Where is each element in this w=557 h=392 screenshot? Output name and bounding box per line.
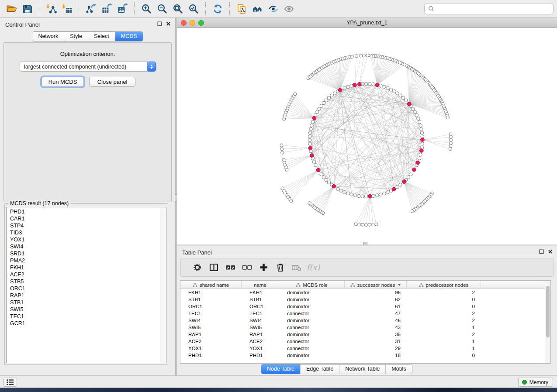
splitter-handle[interactable] xyxy=(363,242,367,245)
mcds-result-item[interactable]: GCR1 xyxy=(7,320,160,327)
network-canvas[interactable]: .fan{stroke:#b9b9b9;stroke-width:.75;opa… xyxy=(177,28,557,244)
mcds-result-item[interactable]: STB1 xyxy=(7,299,160,306)
column-header-successor-nodes[interactable]: successor nodes xyxy=(345,281,407,289)
cell-predecessor-nodes[interactable]: 2 xyxy=(407,289,481,296)
export-network-button[interactable] xyxy=(83,2,99,16)
table-row[interactable]: SWI4SWI4dominator462 xyxy=(180,317,545,324)
cell-name[interactable]: ACE2 xyxy=(242,338,279,345)
cell-name[interactable]: ORC1 xyxy=(242,303,279,310)
cell-name[interactable]: YOX1 xyxy=(242,345,279,352)
export-table-button[interactable] xyxy=(99,2,114,16)
memory-button[interactable]: Memory xyxy=(518,378,553,387)
cell-shared-name[interactable]: SWI4 xyxy=(180,317,242,324)
table-tab-edge-table[interactable]: Edge Table xyxy=(300,364,339,374)
cell-shared-name[interactable]: ACE2 xyxy=(180,338,242,345)
zoom-out-button[interactable] xyxy=(154,2,170,16)
cell-successor-nodes[interactable]: 43 xyxy=(345,324,407,331)
save-session-button[interactable] xyxy=(19,2,35,16)
open-file-button[interactable] xyxy=(3,2,19,16)
column-header-predecessor-nodes[interactable]: predecessor nodes xyxy=(407,281,481,289)
cell-successor-nodes[interactable]: 47 xyxy=(345,310,407,317)
toggle-columns-button[interactable] xyxy=(205,260,222,275)
cell-MCDS-role[interactable]: dominator xyxy=(279,289,345,296)
mcds-result-scrollbar[interactable] xyxy=(160,207,166,363)
cell-predecessor-nodes[interactable]: 0 xyxy=(407,352,481,359)
table-row[interactable]: ACE2ACE2connector311 xyxy=(180,338,545,345)
cell-predecessor-nodes[interactable]: 2 xyxy=(407,317,481,324)
table-tab-network-table[interactable]: Network Table xyxy=(339,364,385,374)
table-row[interactable]: ORC1ORC1dominator610 xyxy=(180,303,545,310)
cell-successor-nodes[interactable]: 18 xyxy=(345,352,407,359)
import-network-button[interactable] xyxy=(43,2,59,16)
cell-successor-nodes[interactable]: 61 xyxy=(345,303,407,310)
mcds-result-item[interactable]: CAR1 xyxy=(7,215,160,222)
cell-MCDS-role[interactable]: dominator xyxy=(279,296,345,303)
table-tab-node-table[interactable]: Node Table xyxy=(261,364,300,374)
mcds-result-item[interactable]: TID3 xyxy=(7,229,160,236)
panels-menu-button[interactable] xyxy=(3,378,17,387)
close-panel-icon[interactable] xyxy=(166,21,171,26)
column-header-MCDS-role[interactable]: MCDS role xyxy=(279,281,345,289)
cell-shared-name[interactable]: SWI5 xyxy=(180,324,242,331)
tab-mcds[interactable]: MCDS xyxy=(115,32,143,41)
zoom-selected-button[interactable] xyxy=(186,2,201,16)
cell-successor-nodes[interactable]: 46 xyxy=(345,317,407,324)
cell-MCDS-role[interactable]: dominator xyxy=(279,317,345,324)
select-all-button[interactable] xyxy=(222,260,239,275)
float-panel-icon[interactable] xyxy=(157,21,162,26)
tab-style[interactable]: Style xyxy=(64,32,88,41)
cell-predecessor-nodes[interactable]: 2 xyxy=(407,331,481,338)
cell-predecessor-nodes[interactable]: 2 xyxy=(407,310,481,317)
criterion-dropdown[interactable]: largest connected component (undirected) xyxy=(20,62,156,72)
cell-shared-name[interactable]: ORC1 xyxy=(180,303,242,310)
delete-table-button[interactable] xyxy=(288,260,305,275)
table-row[interactable]: RAP1RAP1dominator352 xyxy=(180,331,545,338)
column-header-shared-name[interactable]: shared name xyxy=(180,281,242,289)
cell-name[interactable]: SWI5 xyxy=(242,324,279,331)
hide-graphics-details-button[interactable] xyxy=(265,2,281,16)
table-row[interactable]: FKH1FKH1dominator962 xyxy=(180,289,545,296)
cell-name[interactable]: STB1 xyxy=(242,296,279,303)
cell-successor-nodes[interactable]: 31 xyxy=(345,338,407,345)
mcds-result-item[interactable]: SWI5 xyxy=(7,306,160,313)
table-row[interactable]: YOX1YOX1connector291 xyxy=(180,345,545,352)
table-row[interactable]: SWI5SWI5connector431 xyxy=(180,324,545,331)
mcds-result-item[interactable]: STP4 xyxy=(7,222,160,229)
search-input[interactable] xyxy=(435,4,553,13)
float-panel-icon[interactable] xyxy=(539,249,544,254)
close-panel-icon[interactable] xyxy=(548,249,553,254)
clone-network-button[interactable] xyxy=(234,2,249,16)
table-row[interactable]: PHD1PHD1dominator180 xyxy=(180,352,545,359)
mcds-result-item[interactable]: SWI4 xyxy=(7,243,160,250)
run-mcds-button[interactable]: Run MCDS xyxy=(42,77,84,87)
import-table-button[interactable] xyxy=(59,2,75,16)
cell-successor-nodes[interactable]: 29 xyxy=(345,345,407,352)
mcds-result-item[interactable]: STB5 xyxy=(7,278,160,285)
add-row-button[interactable] xyxy=(255,260,272,275)
cell-predecessor-nodes[interactable]: 0 xyxy=(407,296,481,303)
cell-successor-nodes[interactable]: 96 xyxy=(345,289,407,296)
cell-name[interactable]: FKH1 xyxy=(242,289,279,296)
table-settings-button[interactable] xyxy=(189,260,205,275)
cell-name[interactable]: RAP1 xyxy=(242,331,279,338)
mcds-result-item[interactable]: PMA2 xyxy=(7,257,160,264)
show-graphics-details-button[interactable] xyxy=(281,2,297,16)
mcds-result-item[interactable]: YOX1 xyxy=(7,236,160,243)
cell-MCDS-role[interactable]: connector xyxy=(279,345,345,352)
mcds-result-item[interactable]: ORC1 xyxy=(7,285,160,292)
cell-shared-name[interactable]: STB1 xyxy=(180,296,242,303)
mcds-result-item[interactable]: RAP1 xyxy=(7,292,160,299)
cell-successor-nodes[interactable]: 62 xyxy=(345,296,407,303)
cell-shared-name[interactable]: PHD1 xyxy=(180,352,242,359)
table-row[interactable]: STB1STB1dominator620 xyxy=(180,296,545,303)
cell-shared-name[interactable]: RAP1 xyxy=(180,331,242,338)
table-row[interactable]: TEC1TEC1connector472 xyxy=(180,310,545,317)
network-graph-svg[interactable]: .fan{stroke:#b9b9b9;stroke-width:.75;opa… xyxy=(177,28,557,244)
mcds-result-item[interactable]: FKH1 xyxy=(7,264,160,271)
mcds-result-item[interactable]: ACE2 xyxy=(7,271,160,278)
cell-successor-nodes[interactable]: 35 xyxy=(345,331,407,338)
cell-MCDS-role[interactable]: connector xyxy=(279,338,345,345)
mcds-result-item[interactable]: PHD1 xyxy=(7,208,160,215)
table-scrollbar[interactable] xyxy=(545,281,550,363)
cell-MCDS-role[interactable]: connector xyxy=(279,324,345,331)
